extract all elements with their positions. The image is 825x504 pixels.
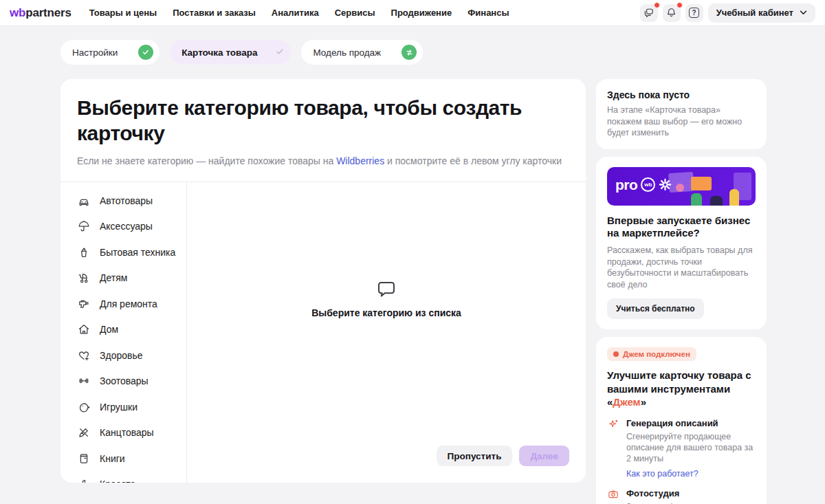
nav-item-services[interactable]: Сервисы [335, 8, 375, 18]
selection-preview-card: Здесь пока пусто На этапе «Карточка това… [596, 79, 767, 149]
category-label: Игрушки [100, 402, 138, 413]
banner-illustration [691, 193, 702, 206]
tool-text: Загрузите фото одежды, а наша нейросеть … [626, 501, 756, 504]
category-item-repair[interactable]: Для ремонта [60, 291, 186, 317]
wildberries-link[interactable]: Wildberries [336, 155, 384, 166]
wb-partners-logo[interactable]: wbpartners [10, 6, 72, 20]
camera-icon [607, 488, 619, 504]
book-icon [77, 452, 91, 465]
category-label: Аксессуары [100, 221, 153, 232]
nav-item-promotion[interactable]: Продвижение [391, 8, 452, 18]
account-label: Учебный кабинет [716, 8, 793, 18]
pro-label: pro [615, 177, 637, 193]
nav-right-controls: ? Учебный кабинет [640, 3, 815, 23]
help-icon: ? [689, 8, 699, 18]
notifications-button[interactable] [663, 4, 681, 22]
promo-text: Расскажем, как выбрать товары для продаж… [607, 245, 756, 290]
category-item-beauty[interactable]: Красота [60, 472, 186, 483]
category-item-home[interactable]: Дом [60, 317, 186, 343]
kettle-icon [77, 245, 91, 259]
category-item-stationery[interactable]: Канцтовары [60, 420, 186, 446]
tool-body: Генерация описаний Сгенерируйте продающе… [626, 418, 756, 480]
notifications-dot [676, 2, 683, 8]
category-item-toys[interactable]: Игрушки [60, 394, 186, 420]
drill-icon [77, 297, 91, 311]
nav-item-goods-prices[interactable]: Товары и цены [89, 8, 157, 18]
check-circle-icon [138, 45, 153, 60]
speech-bubble-icon [376, 281, 397, 300]
next-button[interactable]: Далее [519, 446, 569, 466]
bone-icon [77, 374, 91, 388]
right-sidebar: Здесь пока пусто На этапе «Карточка това… [596, 79, 767, 504]
banner-illustration [729, 189, 739, 206]
category-column: Автотовары Аксессуары Бытовая техника Де… [60, 182, 187, 483]
category-label: Канцтовары [100, 427, 154, 438]
duck-icon [77, 400, 91, 414]
category-item-auto[interactable]: Автотовары [60, 188, 186, 214]
chat-icon [643, 7, 654, 19]
tool-title: Фотостудия [626, 488, 756, 498]
banner-illustration [691, 177, 712, 190]
car-icon [77, 194, 91, 208]
skip-button[interactable]: Пропустить [437, 446, 513, 466]
preview-card-text: На этапе «Карточка товара» покажем ваш в… [607, 105, 756, 139]
logo-partners: partners [25, 6, 71, 20]
category-item-kids[interactable]: Детям [60, 265, 186, 292]
category-label: Здоровье [100, 350, 143, 361]
tool-title: Генерация описаний [626, 418, 756, 428]
category-item-health[interactable]: Здоровье [60, 342, 186, 369]
step-product-card[interactable]: Карточка товара [170, 40, 291, 65]
category-label: Автотовары [100, 195, 153, 206]
onboarding-steps: Настройки Карточка товара Модель продаж [60, 40, 423, 65]
chat-button[interactable] [640, 4, 658, 22]
check-icon [275, 47, 285, 58]
nav-item-supplies-orders[interactable]: Поставки и заказы [173, 8, 256, 18]
category-item-accessories[interactable]: Аксессуары [60, 214, 186, 240]
category-label: Дом [100, 324, 118, 335]
help-button[interactable]: ? [685, 4, 703, 22]
step-sales-model[interactable]: Модель продаж [301, 40, 423, 65]
sparkles-icon [607, 418, 619, 480]
account-dropdown[interactable]: Учебный кабинет [708, 3, 815, 23]
empty-state: Выберите категорию из списка [187, 281, 586, 318]
umbrella-icon [77, 219, 91, 233]
tool-photo-studio: Фотостудия Загрузите фото одежды, а наша… [607, 488, 756, 504]
main-menu: Товары и цены Поставки и заказы Аналитик… [89, 8, 509, 18]
nav-item-finance[interactable]: Финансы [468, 8, 509, 18]
status-dot-icon [613, 351, 619, 357]
category-label: Красота [100, 479, 135, 483]
step-sales-model-label: Модель продаж [313, 47, 381, 58]
step-settings-label: Настройки [72, 47, 118, 58]
page-title: Выберите категорию товара, чтобы создать… [77, 96, 569, 146]
subtitle-text-before: Если не знаете категорию — найдите похож… [77, 155, 336, 166]
how-it-works-link[interactable]: Как это работает? [626, 469, 698, 479]
swap-icon [402, 45, 417, 60]
house-icon [77, 322, 91, 336]
jam-badge-label: Джем подключен [623, 350, 690, 358]
top-nav: wbpartners Товары и цены Поставки и зака… [0, 0, 825, 26]
pro-wb-banner[interactable]: pro wb [607, 167, 756, 206]
pencil-ruler-icon [77, 426, 91, 439]
category-selection-card: Выберите категорию товара, чтобы создать… [60, 79, 586, 483]
category-item-books[interactable]: Книги [60, 446, 186, 472]
category-item-appliances[interactable]: Бытовая техника [60, 239, 186, 265]
category-label: Бытовая техника [100, 247, 175, 258]
promo-card: pro wb Впервые запускаете бизнес на марк… [596, 157, 767, 330]
tool-description-generation: Генерация описаний Сгенерируйте продающе… [607, 418, 756, 480]
step-settings[interactable]: Настройки [60, 40, 160, 65]
wizard-actions: Пропустить Далее [437, 446, 569, 466]
stroller-icon [77, 271, 91, 285]
category-label: Для ремонта [100, 298, 157, 309]
banner-illustration [710, 196, 723, 206]
wb-circle-logo: wb [641, 177, 655, 192]
learn-free-button[interactable]: Учиться бесплатно [607, 298, 704, 319]
category-content-area: Выберите категорию из списка Пропустить … [187, 182, 586, 483]
jam-title-accent[interactable]: Джем [613, 396, 640, 408]
category-list: Автотовары Аксессуары Бытовая техника Де… [60, 188, 186, 483]
jam-status-badge: Джем подключен [607, 347, 696, 361]
category-item-pets[interactable]: Зоотовары [60, 369, 186, 395]
pro-wb-brand: pro wb [615, 177, 672, 193]
nav-item-analytics[interactable]: Аналитика [272, 8, 319, 18]
step-product-card-label: Карточка товара [182, 47, 257, 58]
chat-notification-dot [654, 2, 660, 8]
